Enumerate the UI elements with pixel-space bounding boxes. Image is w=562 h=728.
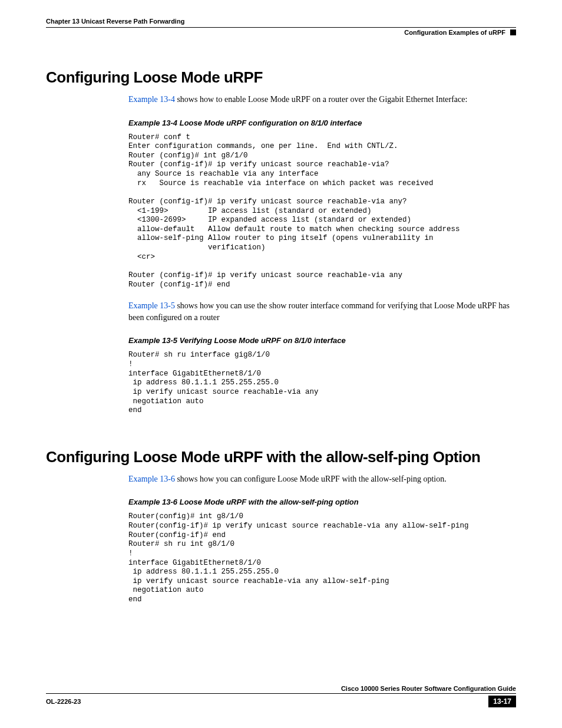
section1-intro-text: shows how to enable Loose Mode uRPF on a…: [175, 95, 467, 104]
code-block-13-6: Router(config)# int g8/1/0 Router(config…: [128, 512, 516, 604]
footer-guide-title: Cisco 10000 Series Router Software Confi…: [46, 685, 516, 692]
example-13-6-title: Example 13-6 Loose Mode uRPF with the al…: [128, 498, 516, 506]
footer-rule: [46, 693, 516, 694]
example-13-4-link[interactable]: Example 13-4: [128, 95, 175, 104]
example-13-5-title: Example 13-5 Verifying Loose Mode uRPF o…: [128, 336, 516, 345]
section-heading-2: Configuring Loose Mode uRPF with the all…: [46, 448, 516, 466]
code-block-13-5: Router# sh ru interface gig8/1/0 ! inter…: [128, 351, 516, 415]
doc-id: OL-2226-23: [46, 698, 81, 705]
page-number: 13-17: [488, 696, 516, 707]
section-heading-1: Configuring Loose Mode uRPF: [46, 68, 516, 87]
header-rule: [46, 27, 516, 28]
header-marker-icon: [510, 29, 516, 35]
example-13-5-link[interactable]: Example 13-5: [128, 301, 175, 310]
example-13-6-link[interactable]: Example 13-6: [128, 475, 175, 483]
section2-intro-text: shows how you can configure Loose Mode u…: [175, 475, 447, 483]
section-path: Configuration Examples of uRPF: [404, 29, 505, 36]
chapter-label: Chapter 13 Unicast Reverse Path Forwardi…: [46, 18, 184, 25]
example-13-4-title: Example 13-4 Loose Mode uRPF configurati…: [128, 118, 516, 127]
section1-mid: Example 13-5 shows how you can use the s…: [128, 300, 516, 323]
section1-intro: Example 13-4 shows how to enable Loose M…: [128, 94, 516, 106]
section1-mid-text: shows how you can use the show router in…: [128, 301, 510, 322]
section2-intro: Example 13-6 shows how you can configure…: [128, 473, 516, 485]
code-block-13-4: Router# conf t Enter configuration comma…: [128, 133, 516, 290]
